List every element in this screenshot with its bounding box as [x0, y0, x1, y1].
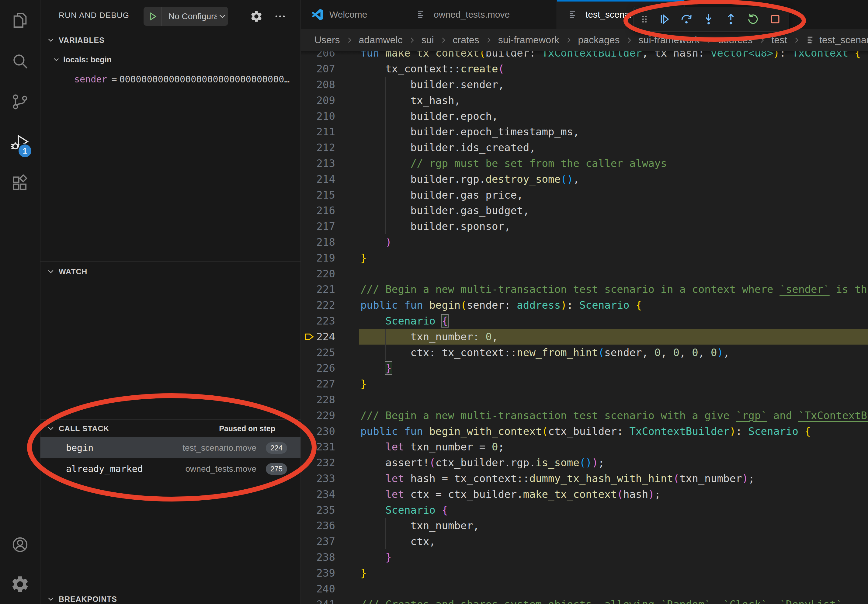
step-into-icon [702, 12, 716, 26]
code-line-233: 233 let hash = tx_context::dummy_tx_hash… [301, 471, 868, 486]
chevron-right-icon [485, 36, 493, 44]
breadcrumb-item[interactable]: packages [578, 34, 620, 46]
editor-group: 206fun make_tx_context(builder: TxContex… [301, 0, 868, 604]
breakpoints-section-header[interactable]: BREAKPOINTS [40, 591, 301, 604]
search-icon [11, 52, 29, 71]
code-text: builder.ids_created, [360, 139, 536, 155]
breadcrumb-item[interactable]: sui-framework [639, 34, 700, 46]
views-more-actions-button[interactable] [271, 8, 288, 25]
call-stack-frame[interactable]: already_markedowned_tests.move275 [40, 458, 301, 479]
activity-item-accounts[interactable] [0, 525, 40, 564]
line-number: 236 [301, 517, 335, 533]
chevron-down-icon [46, 424, 55, 433]
variable-row[interactable]: sender = 0000000000000000000000000000000… [40, 69, 301, 89]
code-line-218: 218 ) [301, 234, 868, 250]
call-stack-section: CALL STACK Paused on step begintest_scen… [40, 420, 301, 591]
code-line-222: 222public fun begin(sender: address): Sc… [301, 297, 868, 313]
code-text: Scenario { [360, 313, 448, 329]
chevron-right-icon [408, 36, 416, 44]
debug-toolbar [633, 7, 789, 32]
line-number: 223 [301, 313, 335, 329]
line-number: 233 [301, 471, 335, 486]
tab-label: Welcome [329, 9, 367, 20]
step-out-icon [724, 12, 738, 26]
start-debugging-play-icon[interactable] [144, 7, 162, 26]
start-debugging-split-button[interactable]: No Configurations [144, 7, 228, 26]
activity-item-settings[interactable] [0, 564, 40, 604]
file-icon [806, 35, 816, 45]
frame-line-badge: 224 [266, 442, 287, 454]
extensions-icon [11, 174, 29, 193]
code-line-229: 229/// Begin a new multi-transaction tes… [301, 407, 868, 423]
debug-settings-gear-button[interactable] [248, 8, 265, 25]
breadcrumb-item[interactable]: Users [315, 34, 340, 46]
code-text: /// Begin a new multi-transaction test s… [360, 281, 868, 297]
line-number: 229 [301, 407, 335, 423]
step-over-button[interactable] [676, 9, 697, 29]
restart-icon [746, 12, 760, 26]
code-text: } [360, 376, 367, 392]
source-control-icon [11, 93, 29, 111]
code-line-221: 221/// Begin a new multi-transaction tes… [301, 281, 868, 297]
call-stack-frames: begintest_scenario.move224already_marked… [40, 437, 301, 479]
step-out-button[interactable] [721, 9, 741, 29]
continue-button[interactable] [654, 9, 674, 29]
line-number: 208 [301, 77, 335, 93]
code-text: let txn_number = 0; [360, 439, 504, 455]
stop-icon [768, 12, 782, 26]
code-line-226: 226 } [301, 360, 868, 376]
stop-button[interactable] [765, 9, 786, 29]
code-line-217: 217 builder.sponsor, [301, 218, 868, 234]
step-into-button[interactable] [698, 9, 719, 29]
activity-item-explorer[interactable] [0, 0, 40, 41]
breadcrumb-item[interactable]: test [772, 34, 787, 46]
code-text: txn_number: 0, [360, 329, 498, 345]
code-line-228: 228 [301, 392, 868, 407]
code-line-212: 212 builder.ids_created, [301, 139, 868, 155]
step-over-icon [679, 12, 693, 26]
activity-item-run-and-debug[interactable]: 1 [0, 122, 40, 163]
breadcrumb-file[interactable]: test_scenario.move [806, 34, 868, 46]
code-text: let ctx = ctx_builder.make_tx_context(ha… [360, 486, 660, 502]
line-number: 219 [301, 250, 335, 266]
breadcrumb-item[interactable]: sources [719, 34, 753, 46]
breadcrumb-item[interactable]: sui [422, 34, 434, 46]
breadcrumb-item[interactable]: sui-framework [498, 34, 559, 46]
code-line-209: 209 tx_hash, [301, 93, 868, 108]
vscode-icon [312, 9, 323, 20]
activity-item-search[interactable] [0, 41, 40, 82]
code-text: public fun begin(sender: address): Scena… [360, 297, 642, 313]
line-number: 232 [301, 455, 335, 471]
chevron-right-icon [439, 36, 448, 44]
debug-configuration-dropdown[interactable]: No Configurations [169, 7, 217, 26]
debug-count-badge: 1 [18, 144, 32, 158]
call-stack-frame[interactable]: begintest_scenario.move224 [40, 437, 301, 458]
activity-item-extensions[interactable] [0, 163, 40, 204]
frame-file-name: owned_tests.move [186, 464, 256, 474]
line-number: 215 [301, 187, 335, 203]
code-area[interactable]: 206fun make_tx_context(builder: TxContex… [301, 0, 868, 604]
watch-section-header[interactable]: WATCH [40, 262, 301, 282]
code-text: ctx: tx_context::new_from_hint(sender, 0… [360, 345, 730, 360]
tab-owned_tests-move[interactable]: owned_tests.move [405, 0, 557, 29]
code-line-234: 234 let ctx = ctx_builder.make_tx_contex… [301, 486, 868, 502]
variables-scope-row[interactable]: locals: begin [40, 50, 301, 69]
breadcrumb-item[interactable]: adamwelc [359, 34, 403, 46]
line-number: 237 [301, 533, 335, 549]
run-and-debug-sidebar: RUN AND DEBUG No Configurations VARIABLE… [40, 0, 301, 604]
code-line-207: 207 tx_context::create( [301, 61, 868, 77]
line-number: 207 [301, 61, 335, 77]
tab-welcome[interactable]: Welcome [301, 0, 405, 29]
call-stack-section-header[interactable]: CALL STACK Paused on step [40, 420, 301, 437]
line-number: 228 [301, 392, 335, 407]
breadcrumb-item[interactable]: crates [453, 34, 479, 46]
drag-handle-button[interactable] [637, 9, 653, 29]
code-text: builder.gas_price, [360, 187, 523, 203]
variables-section-header[interactable]: VARIABLES [40, 30, 301, 50]
files-icon [11, 11, 29, 30]
line-number: 239 [301, 565, 335, 581]
activity-item-source-control[interactable] [0, 82, 40, 122]
restart-button[interactable] [743, 9, 763, 29]
code-line-232: 232 assert!(ctx_builder.rgp.is_some()); [301, 455, 868, 471]
continue-icon [657, 12, 671, 26]
